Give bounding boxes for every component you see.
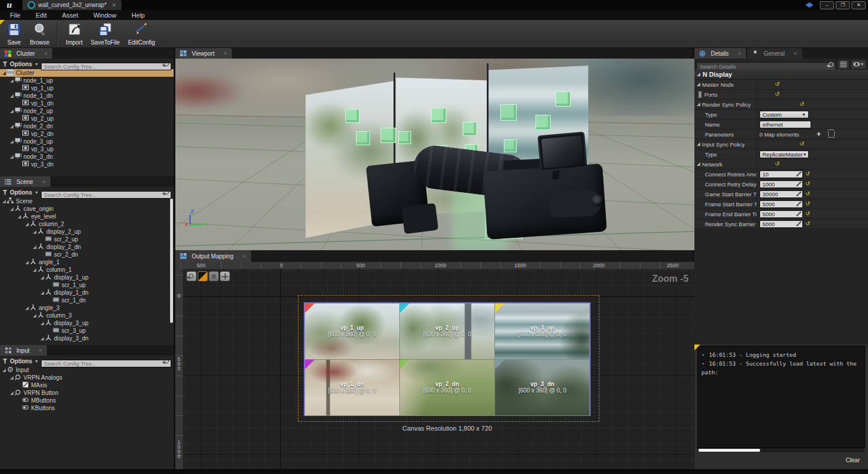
tree-item-node-1-up[interactable]: node_1_up [0,77,174,84]
tree-item-input[interactable]: Input [0,366,174,374]
tree-item-column-1[interactable]: column_1 [0,266,174,274]
tree-item-display-3-dn[interactable]: display_3_dn [0,335,174,342]
number-input[interactable]: 10 [760,170,803,178]
expander-icon[interactable] [40,276,44,279]
tab-cluster[interactable]: Cluster✕ [0,48,52,59]
tree-item-display-1-dn[interactable]: display_1_dn [0,289,174,296]
tree-item-vp-3-up[interactable]: vp_3_up [0,145,174,153]
expander-icon[interactable] [25,306,29,310]
viewport-tile-vp_1_up[interactable]: vp_1_up[600 x 360] @ 0, 0 [304,303,400,360]
viewport-3d-scene[interactable]: Z Y X [175,59,694,250]
tree-item-vrpn-button[interactable]: VRPN Button [0,389,174,397]
tree-item-vp-2-up[interactable]: vp_2_up [0,115,174,122]
filter-icon[interactable] [2,359,8,364]
tree-item-scr-1-up[interactable]: scr_1_up [0,281,174,289]
expander-icon[interactable] [40,291,44,295]
editconfig-button[interactable]: EditConfig [124,21,159,47]
view-options-button[interactable]: ▼ [851,60,866,69]
tab-output-mapping[interactable]: Output Mapping✕ [175,250,251,262]
viewport-tile-vp_1_dn[interactable]: vp_1_dn[600 x 360] @ 0, 0 [304,359,400,416]
tab-viewport[interactable]: Viewport✕ [175,48,232,59]
cluster-search-input[interactable] [41,63,171,70]
expander-icon[interactable] [10,125,13,128]
tree-item-scr-1-dn[interactable]: scr_1_dn [0,296,174,304]
expander-icon[interactable] [33,230,36,234]
expander-icon[interactable] [2,71,6,75]
tab-close-icon[interactable]: ✕ [112,2,117,8]
tree-item-cave-origin[interactable]: cave_origin [0,205,174,213]
spinner-icon[interactable] [796,221,801,226]
restore-button[interactable]: ❐ [836,1,850,9]
tab-details[interactable]: i Details✕ [694,48,746,59]
close-button[interactable]: ✕ [852,1,866,9]
tree-item-node-1-dn[interactable]: node_1_dn [0,92,174,100]
tab-general[interactable]: General✕ [747,48,802,59]
expander-icon[interactable] [25,223,29,226]
add-element-button[interactable]: + [817,130,821,138]
expander-icon[interactable] [10,94,13,98]
browse-button[interactable]: Browse [26,21,53,47]
reset-to-default-icon[interactable]: ↺ [799,141,804,147]
input-search-input[interactable] [41,360,171,367]
tree-item-column-2[interactable]: column_2 [0,220,174,228]
tree-item-node-2-up[interactable]: node_2_up [0,107,174,115]
tree-item-display-2-dn[interactable]: display_2_dn [0,243,174,251]
scene-scrollbar[interactable] [170,199,173,323]
panel-close-icon[interactable]: ✕ [44,51,48,56]
options-button[interactable]: Options [10,358,32,364]
options-button[interactable]: Options [10,61,32,67]
move-canvas-button[interactable] [220,271,230,281]
type-dropdown[interactable]: Custom▼ [760,111,809,118]
savetofile-button[interactable]: SaveToFile [87,21,124,47]
menu-window[interactable]: Window [86,12,124,19]
type-dropdown[interactable]: ReplicateMaster▼ [760,151,809,158]
reset-to-default-icon[interactable]: ↺ [805,171,810,177]
tree-item-maxis[interactable]: MAxis [0,381,174,389]
reset-to-default-icon[interactable]: ↺ [775,91,779,97]
reset-to-default-icon[interactable]: ↺ [805,181,810,187]
reset-to-default-icon[interactable]: ↺ [805,221,810,227]
tab-scene[interactable]: Scene✕ [0,176,50,187]
tree-item-scene[interactable]: Scene [0,197,174,205]
tree-item-display-1-up[interactable]: display_1_up [0,274,174,281]
reset-to-default-icon[interactable]: ↺ [805,201,810,207]
expander-icon[interactable] [10,155,13,159]
expander-icon[interactable] [10,391,13,395]
save-button[interactable]: Save [2,21,26,47]
panel-close-icon[interactable]: ✕ [38,348,42,353]
reset-to-default-icon[interactable]: ↺ [805,211,810,217]
number-input[interactable]: 1000 [760,180,803,188]
tree-item-angle-3[interactable]: angle_3 [0,304,174,312]
expander-icon[interactable] [10,207,13,211]
minimize-button[interactable]: – [820,1,834,9]
viewport-tile-vp_3_dn[interactable]: vp_3_dn[600 x 360] @ 0, 0 [494,359,590,416]
document-tab[interactable]: wall_curved_3x2_unwrap* ✕ [22,0,121,10]
number-input[interactable]: 5000 [760,220,803,228]
viewport-tile-vp_2_dn[interactable]: vp_2_dn[600 x 360] @ 0, 0 [399,359,495,416]
reset-to-default-icon[interactable]: ↺ [805,191,810,197]
tree-item-node-2-dn[interactable]: node_2_dn [0,122,174,130]
viewport-tile-vp_2_up[interactable]: vp_2_up[600 x 360] @ 0, 0 [399,303,495,360]
menu-help[interactable]: Help [124,12,152,19]
tree-item-vp-1-up[interactable]: vp_1_up [0,84,174,92]
tree-item-vrpn-analogs[interactable]: VRPN Analogs [0,374,174,381]
tree-item-eye-level[interactable]: eye_level [0,213,174,220]
tutorial-icon[interactable] [805,2,813,8]
panel-close-icon[interactable]: ✕ [794,51,798,56]
expander-icon[interactable] [40,337,44,340]
options-button[interactable]: Options [10,189,32,196]
spinner-icon[interactable] [796,192,801,196]
spinner-icon[interactable] [796,212,801,216]
tree-item-cluster[interactable]: Cluster [0,69,174,77]
expander-icon[interactable] [18,215,21,219]
camera-model[interactable] [364,116,611,248]
expander-icon[interactable] [10,79,13,83]
tree-item-vp-3-dn[interactable]: vp_3_dn [0,161,174,168]
panel-close-icon[interactable]: ✕ [42,179,46,185]
tree-item-node-3-dn[interactable]: node_3_dn [0,153,174,161]
expander-icon[interactable] [10,140,13,144]
viewport-tile-vp_3_up[interactable]: vp_3_up[600 x 360] @ 0, 0 [494,303,590,360]
view-mode-button[interactable] [198,271,208,281]
filter-icon[interactable] [2,62,8,67]
square-tool-button[interactable] [209,271,219,281]
